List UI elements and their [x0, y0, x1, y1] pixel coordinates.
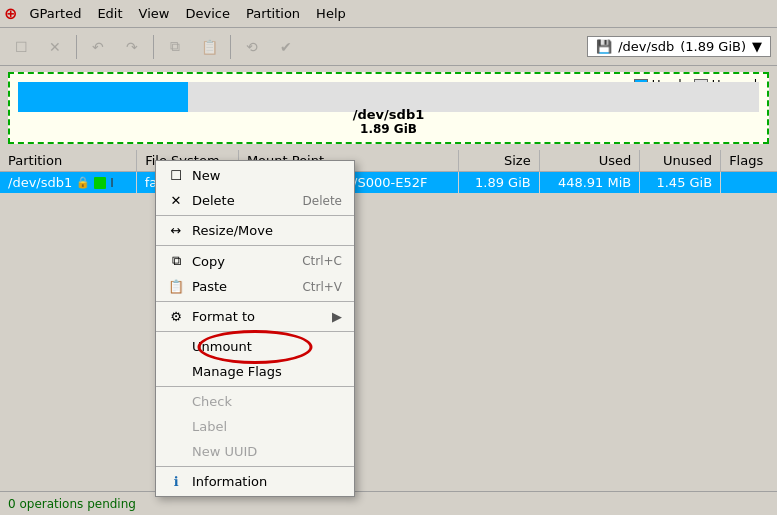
- menu-partition[interactable]: Partition: [238, 4, 308, 23]
- ctx-sep-6: [156, 466, 354, 467]
- ctx-format-arrow: ▶: [332, 309, 342, 324]
- cursor-indicator: I: [110, 176, 114, 190]
- cell-size: 1.89 GiB: [458, 172, 539, 194]
- ctx-delete-icon: ✕: [168, 193, 184, 208]
- statusbar: 0 operations pending: [0, 491, 777, 515]
- menubar: ⊕ GParted Edit View Device Partition Hel…: [0, 0, 777, 28]
- device-icon: 💾: [596, 39, 612, 54]
- menu-gparted[interactable]: GParted: [21, 4, 89, 23]
- col-size: Size: [458, 150, 539, 172]
- ctx-paste-shortcut: Ctrl+V: [302, 280, 342, 294]
- disk-label: /dev/sdb1 1.89 GiB: [10, 107, 767, 136]
- disk-visual: Used Unused /dev/sdb1 1.89 GiB: [8, 72, 769, 144]
- ctx-format-icon: ⚙: [168, 309, 184, 324]
- ctx-format-label: Format to: [192, 309, 255, 324]
- ctx-delete-label: Delete: [192, 193, 235, 208]
- ctx-copy-icon: ⧉: [168, 253, 184, 269]
- toolbar-separator-3: [230, 35, 231, 59]
- device-name: /dev/sdb: [618, 39, 674, 54]
- copy-button[interactable]: ⧉: [160, 33, 190, 61]
- redo-button[interactable]: ↷: [117, 33, 147, 61]
- ctx-information-label: Information: [192, 474, 267, 489]
- ctx-information[interactable]: ℹ Information: [156, 469, 354, 494]
- toolbar: ☐ ✕ ↶ ↷ ⧉ 📋 ⟲ ✔ 💾 /dev/sdb (1.89 GiB) ▼: [0, 28, 777, 66]
- ctx-new-icon: ☐: [168, 168, 184, 183]
- ctx-resize-label: Resize/Move: [192, 223, 273, 238]
- partition-size-label: 1.89 GiB: [10, 122, 767, 136]
- cell-flags: [721, 172, 777, 194]
- ctx-sep-2: [156, 245, 354, 246]
- cell-unused: 1.45 GiB: [640, 172, 721, 194]
- device-info: 💾 /dev/sdb (1.89 GiB) ▼: [587, 36, 771, 57]
- ctx-uuid-label: New UUID: [192, 444, 257, 459]
- ctx-delete[interactable]: ✕ Delete Delete: [156, 188, 354, 213]
- context-menu: ☐ New ✕ Delete Delete ↔ Resize/Move ⧉ Co…: [155, 160, 355, 497]
- ctx-label: Label: [156, 414, 354, 439]
- ctx-delete-shortcut: Delete: [303, 194, 342, 208]
- ctx-copy[interactable]: ⧉ Copy Ctrl+C: [156, 248, 354, 274]
- partition-table: Partition File System Mount Point Size U…: [0, 150, 777, 193]
- ctx-copy-shortcut: Ctrl+C: [302, 254, 342, 268]
- lock-icon: 🔒: [76, 176, 90, 189]
- partition-name: /dev/sdb1: [8, 175, 72, 190]
- apply-button[interactable]: ✔: [271, 33, 301, 61]
- device-size: (1.89 GiB): [680, 39, 746, 54]
- ctx-info-icon: ℹ: [168, 474, 184, 489]
- status-text: 0 operations pending: [8, 497, 136, 511]
- ctx-sep-4: [156, 331, 354, 332]
- ctx-manage-flags[interactable]: Manage Flags: [156, 359, 354, 384]
- undo-all-button[interactable]: ⟲: [237, 33, 267, 61]
- ctx-paste[interactable]: 📋 Paste Ctrl+V: [156, 274, 354, 299]
- ctx-new[interactable]: ☐ New: [156, 163, 354, 188]
- app-logo: ⊕: [4, 4, 17, 23]
- col-partition: Partition: [0, 150, 137, 172]
- delete-partition-button[interactable]: ✕: [40, 33, 70, 61]
- col-flags: Flags: [721, 150, 777, 172]
- table-header: Partition File System Mount Point Size U…: [0, 150, 777, 172]
- ctx-sep-3: [156, 301, 354, 302]
- ctx-manage-flags-label: Manage Flags: [192, 364, 282, 379]
- toolbar-separator-1: [76, 35, 77, 59]
- table-body: /dev/sdb1 🔒 I fat32 /media/sharman/S000-…: [0, 172, 777, 194]
- menu-device[interactable]: Device: [177, 4, 237, 23]
- ctx-check-label: Check: [192, 394, 232, 409]
- ctx-sep-5: [156, 386, 354, 387]
- ctx-new-uuid: New UUID: [156, 439, 354, 464]
- ctx-sep-1: [156, 215, 354, 216]
- toolbar-separator-2: [153, 35, 154, 59]
- cell-used: 448.91 MiB: [539, 172, 640, 194]
- ctx-unmount-label: Unmount: [192, 339, 252, 354]
- partition-name-label: /dev/sdb1: [10, 107, 767, 122]
- ctx-new-label: New: [192, 168, 220, 183]
- ctx-paste-label: Paste: [192, 279, 227, 294]
- ctx-resize[interactable]: ↔ Resize/Move: [156, 218, 354, 243]
- col-used: Used: [539, 150, 640, 172]
- menu-help[interactable]: Help: [308, 4, 354, 23]
- menu-edit[interactable]: Edit: [89, 4, 130, 23]
- ctx-paste-icon: 📋: [168, 279, 184, 294]
- ctx-unmount[interactable]: Unmount: [156, 334, 354, 359]
- col-unused: Unused: [640, 150, 721, 172]
- menu-view[interactable]: View: [131, 4, 178, 23]
- ctx-copy-label: Copy: [192, 254, 225, 269]
- undo-button[interactable]: ↶: [83, 33, 113, 61]
- ctx-check: Check: [156, 389, 354, 414]
- ctx-label-label: Label: [192, 419, 227, 434]
- new-partition-button[interactable]: ☐: [6, 33, 36, 61]
- ctx-resize-icon: ↔: [168, 223, 184, 238]
- cell-partition: /dev/sdb1 🔒 I: [0, 172, 137, 193]
- mounted-indicator: [94, 177, 106, 189]
- paste-button[interactable]: 📋: [194, 33, 224, 61]
- expand-icon[interactable]: ▼: [752, 39, 762, 54]
- ctx-format[interactable]: ⚙ Format to ▶: [156, 304, 354, 329]
- table-row[interactable]: /dev/sdb1 🔒 I fat32 /media/sharman/S000-…: [0, 172, 777, 194]
- partition-table-wrapper: Partition File System Mount Point Size U…: [0, 150, 777, 193]
